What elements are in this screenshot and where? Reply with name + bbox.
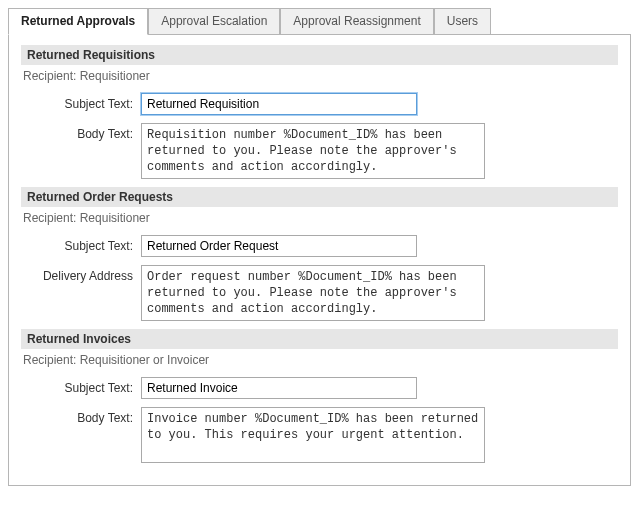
input-subject-order-requests[interactable] [141, 235, 417, 257]
recipient-value: Requisitioner [80, 211, 150, 225]
recipient-label: Recipient: [23, 211, 80, 225]
textarea-body-order-requests[interactable] [141, 265, 485, 321]
textarea-body-requisitions[interactable] [141, 123, 485, 179]
recipient-label: Recipient: [23, 353, 80, 367]
input-subject-invoices[interactable] [141, 377, 417, 399]
label-body-requisitions: Body Text: [21, 123, 141, 141]
tab-panel-returned-approvals: Returned Requisitions Recipient: Requisi… [8, 34, 631, 486]
tab-approval-escalation[interactable]: Approval Escalation [148, 8, 280, 34]
label-body-invoices: Body Text: [21, 407, 141, 425]
tab-approval-reassignment[interactable]: Approval Reassignment [280, 8, 433, 34]
recipient-requisitions: Recipient: Requisitioner [21, 65, 618, 93]
textarea-body-invoices[interactable] [141, 407, 485, 463]
input-subject-requisitions[interactable] [141, 93, 417, 115]
recipient-invoices: Recipient: Requisitioner or Invoicer [21, 349, 618, 377]
tab-returned-approvals[interactable]: Returned Approvals [8, 8, 148, 35]
section-header-invoices: Returned Invoices [21, 329, 618, 349]
tab-users[interactable]: Users [434, 8, 491, 34]
recipient-label: Recipient: [23, 69, 80, 83]
recipient-value: Requisitioner or Invoicer [80, 353, 209, 367]
recipient-order-requests: Recipient: Requisitioner [21, 207, 618, 235]
section-header-requisitions: Returned Requisitions [21, 45, 618, 65]
label-subject-requisitions: Subject Text: [21, 93, 141, 111]
label-subject-order-requests: Subject Text: [21, 235, 141, 253]
label-subject-invoices: Subject Text: [21, 377, 141, 395]
recipient-value: Requisitioner [80, 69, 150, 83]
tab-strip: Returned Approvals Approval Escalation A… [8, 8, 631, 34]
label-delivery-address: Delivery Address [21, 265, 141, 283]
section-header-order-requests: Returned Order Requests [21, 187, 618, 207]
